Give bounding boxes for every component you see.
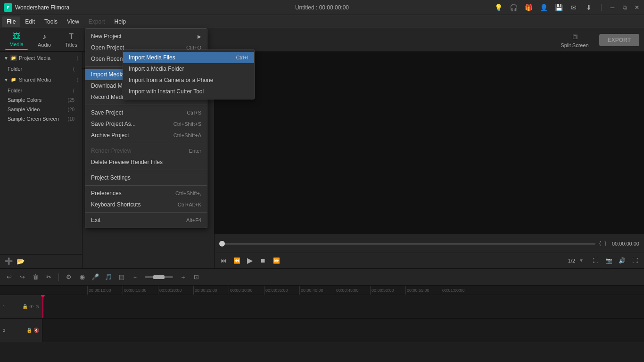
audio-track-content[interactable] [42, 319, 644, 342]
settings-button[interactable]: ⛶ [630, 255, 640, 266]
menu-save-project-as[interactable]: Save Project As... Ctrl+Shift+S [85, 118, 207, 130]
video-track-content[interactable] [42, 295, 644, 318]
import-camera-label: Import from a Camera or a Phone [129, 77, 213, 83]
project-media-section[interactable]: ▼ 📁 Project Media ( [0, 52, 82, 64]
sample-colors-item[interactable]: Sample Colors (25 [0, 95, 82, 105]
menu-sep-2 [85, 105, 207, 105]
menu-archive-project[interactable]: Archive Project Ctrl+Shift+A [85, 130, 207, 141]
timeline-toolbar: ↩ ↪ 🗑 ✂ ⚙ ◉ 🎤 🎵 ▤ － ＋ ⊡ [0, 269, 644, 286]
import-files-shortcut: Ctrl+I [236, 55, 248, 60]
sample-video-item[interactable]: Sample Video (20 [0, 105, 82, 114]
menu-sep-3 [85, 143, 207, 143]
minimize-button[interactable]: ─ [609, 4, 616, 11]
delete-track-button[interactable]: 🗑 [30, 272, 41, 282]
tab-titles-label: Titles [65, 42, 77, 48]
play-button[interactable]: ▶ [245, 255, 255, 266]
tl-divider [58, 273, 59, 281]
menu-sep-5 [85, 185, 207, 186]
shared-media-section[interactable]: ▼ 📁 Shared Media ( [0, 74, 82, 86]
snap-icon[interactable]: ⚙ [64, 272, 74, 282]
add-folder-icon[interactable]: ➕ [5, 257, 13, 265]
project-media-count: ( [77, 56, 78, 61]
zoom-in-icon[interactable]: ＋ [178, 272, 188, 282]
tab-audio[interactable]: ♪ Audio [33, 31, 56, 49]
menu-preferences[interactable]: Preferences Ctrl+Shift+, [85, 188, 207, 199]
menu-file[interactable]: File [2, 16, 20, 27]
app-logo-icon: F [4, 3, 12, 12]
mute-icon[interactable]: 🔇 [33, 328, 39, 333]
submenu-import-camera[interactable]: Import from a Camera or a Phone [123, 74, 254, 86]
menu-exit[interactable]: Exit Alt+F4 [85, 214, 207, 226]
menu-edit[interactable]: Edit [20, 16, 40, 27]
audio-icon[interactable]: 🎵 [103, 272, 114, 282]
zoom-out-icon[interactable]: － [130, 272, 140, 282]
save-cloud-icon[interactable]: 💾 [554, 3, 563, 12]
menu-view[interactable]: View [62, 16, 84, 27]
import-folder-label: Import a Media Folder [129, 66, 184, 72]
ruler-mark-1: 00:00:15:00 [123, 286, 158, 295]
range-start-icon[interactable]: { [599, 241, 601, 246]
submenu-import-cutter[interactable]: Import with Instant Cutter Tool [123, 86, 254, 97]
prev-frame-button[interactable]: ⏮ [218, 255, 229, 266]
folder-item[interactable]: Folder ( [0, 64, 82, 74]
eye-icon[interactable]: 👁 [29, 304, 34, 309]
lock-icon-2[interactable]: 🔒 [26, 328, 32, 333]
ruler-mark-7: 00:00:45:00 [335, 286, 370, 295]
zoom-slider[interactable] [145, 276, 173, 278]
video-track-header: 1 🔒 👁 ⊙ [0, 295, 42, 318]
menu-project-settings[interactable]: Project Settings [85, 172, 207, 183]
open-folder-icon[interactable]: 📂 [17, 257, 25, 265]
prev-button[interactable]: ⏪ [231, 255, 242, 266]
tab-media[interactable]: 🖼 Media [5, 30, 28, 50]
tab-titles[interactable]: T Titles [60, 31, 82, 49]
headset-icon[interactable]: 🎧 [509, 3, 518, 12]
zoom-fit-icon[interactable]: ⊡ [191, 272, 201, 282]
preview-slider[interactable] [219, 243, 595, 245]
submenu-import-folder[interactable]: Import a Media Folder [123, 63, 254, 74]
download-icon[interactable]: ⬇ [584, 3, 594, 12]
cut-button[interactable]: ✂ [43, 272, 54, 282]
time-display: 00:00:00:00 [612, 241, 639, 247]
caption-icon[interactable]: ▤ [116, 272, 127, 282]
range-end-icon[interactable]: } [605, 241, 606, 246]
menu-save-project[interactable]: Save Project Ctrl+S [85, 107, 207, 118]
shared-media-label: Shared Media [19, 77, 51, 82]
mail-icon[interactable]: ✉ [569, 3, 578, 12]
ruler-mark-8: 00:00:50:00 [370, 286, 405, 295]
marker-icon[interactable]: ◉ [77, 272, 87, 282]
hide-icon[interactable]: ⊙ [35, 304, 39, 309]
menu-export[interactable]: Export [84, 16, 110, 27]
split-screen-icon: ⧈ [572, 32, 578, 41]
next-button[interactable]: ⏩ [271, 255, 281, 266]
export-button[interactable]: EXPORT [599, 34, 639, 46]
stop-button[interactable]: ⏹ [258, 255, 268, 266]
left-panel-bottom: ➕ 📂 [0, 254, 82, 268]
volume-button[interactable]: 🔊 [617, 255, 627, 266]
undo-button[interactable]: ↩ [4, 272, 14, 282]
redo-button[interactable]: ↪ [17, 272, 27, 282]
fraction-dropdown-icon[interactable]: ▼ [579, 258, 584, 263]
close-button[interactable]: ✕ [634, 4, 640, 11]
menu-help[interactable]: Help [110, 16, 131, 27]
fullscreen-button[interactable]: ⛶ [590, 255, 601, 266]
titlebar: F Wondershare Filmora Untitled : 00:00:0… [0, 0, 644, 15]
left-panel: ▼ 📁 Project Media ( Folder ( ▼ 📁 Shared … [0, 52, 83, 268]
user-icon[interactable]: 👤 [539, 3, 548, 12]
menu-keyboard-shortcuts[interactable]: Keyboard Shortcuts Ctrl+Alt+K [85, 199, 207, 210]
restore-button[interactable]: ⧉ [621, 4, 628, 11]
fraction-display: 1/2 [568, 258, 575, 263]
mic-icon[interactable]: 🎤 [90, 272, 100, 282]
menu-new-project[interactable]: New Project ▶ [85, 31, 207, 42]
lock-icon[interactable]: 🔒 [22, 304, 28, 309]
media-tab-icon: 🖼 [13, 32, 20, 41]
bulb-icon[interactable]: 💡 [494, 3, 503, 12]
menu-delete-preview[interactable]: Delete Preview Render Files [85, 156, 207, 168]
screenshot-button[interactable]: 📷 [603, 255, 614, 266]
sample-green-screen-item[interactable]: Sample Green Screen (10 [0, 114, 82, 123]
preview-area [215, 52, 644, 234]
gift-icon[interactable]: 🎁 [524, 3, 533, 12]
submenu-import-files[interactable]: Import Media Files Ctrl+I [123, 52, 254, 63]
menu-tools[interactable]: Tools [40, 16, 62, 27]
split-screen-button[interactable]: ⧈ Split Screen [555, 30, 594, 50]
shared-folder-item[interactable]: Folder ( [0, 86, 82, 95]
